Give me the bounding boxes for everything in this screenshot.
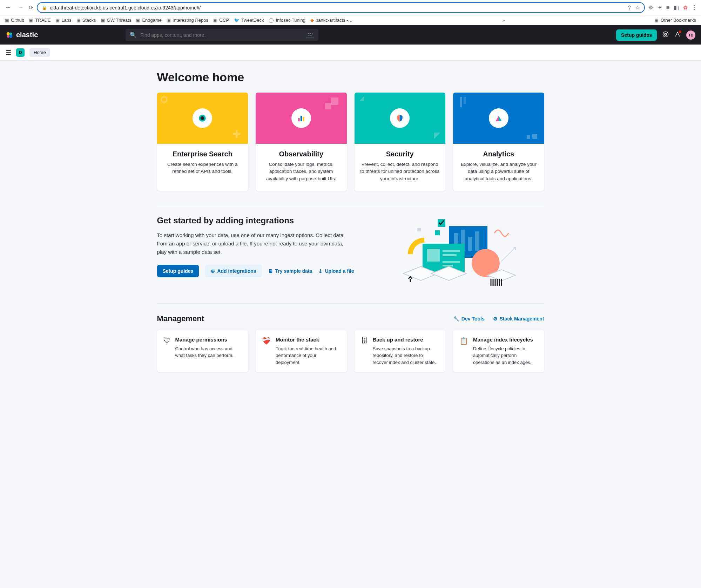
svg-rect-19: [443, 254, 457, 256]
card-observability[interactable]: Observability Consolidate your logs, met…: [256, 93, 347, 191]
share-icon[interactable]: ⇪: [627, 4, 632, 11]
playlist-icon[interactable]: ≡: [666, 5, 669, 11]
enterprise-search-icon: [198, 114, 207, 123]
management-cards: 🛡 Manage permissions Control who has acc…: [157, 330, 544, 372]
main-content: Welcome home ✚ Enterprise Search Create …: [140, 61, 561, 382]
folder-icon: ▣: [136, 18, 140, 23]
help-icon[interactable]: [662, 31, 669, 39]
newsfeed-icon[interactable]: [674, 31, 681, 39]
kebab-menu-icon[interactable]: ⋮: [692, 4, 697, 11]
svg-rect-18: [443, 250, 460, 252]
svg-rect-17: [427, 249, 440, 262]
elastic-logo[interactable]: elastic: [6, 31, 38, 39]
svg-point-2: [7, 35, 9, 38]
user-avatar[interactable]: TD: [686, 31, 695, 40]
folder-icon: ▣: [55, 18, 60, 23]
sub-header: ☰ D Home: [0, 45, 701, 61]
upload-file-link[interactable]: ⤓ Upload a file: [318, 268, 354, 274]
mgmt-card-desc: Define lifecycle policies to automatical…: [473, 345, 538, 366]
dev-tools-link[interactable]: 🔧 Dev Tools: [453, 316, 485, 322]
setup-guides-button[interactable]: Setup guides: [616, 29, 657, 41]
bookmark-endgame[interactable]: ▣Endgame: [136, 18, 162, 23]
card-security[interactable]: Security Prevent, collect, detect, and r…: [355, 93, 446, 191]
star-icon[interactable]: ☆: [635, 4, 640, 11]
puzzle-ext-icon[interactable]: ✿: [683, 4, 688, 11]
bookmark-trade[interactable]: ▣TRADE: [29, 18, 50, 23]
gear-icon: ⚙: [493, 316, 498, 322]
mgmt-card-desc: Track the real-time health and performan…: [276, 345, 341, 366]
card-enterprise-search[interactable]: ✚ Enterprise Search Create search experi…: [157, 93, 248, 191]
try-sample-data-link[interactable]: 🗎 Try sample data: [268, 268, 312, 274]
folder-icon: ▣: [167, 18, 171, 23]
card-monitor-stack[interactable]: ❤‍🩹 Monitor the stack Track the real-tim…: [256, 330, 347, 372]
integrations-illustration: [375, 216, 544, 289]
search-input[interactable]: [140, 32, 302, 38]
github-icon: ◯: [269, 18, 274, 23]
other-bookmarks[interactable]: ▣Other Bookmarks: [654, 18, 696, 23]
url-actions: ⇪ ☆: [627, 4, 640, 11]
bookmark-gw-threats[interactable]: ▣GW Threats: [101, 18, 132, 23]
global-search[interactable]: 🔍 ⌘/: [126, 29, 318, 41]
svg-point-3: [9, 35, 12, 38]
nav-toggle-icon[interactable]: ☰: [6, 49, 11, 56]
page-title: Welcome home: [157, 70, 544, 84]
security-icon: [395, 114, 404, 123]
card-backup-restore[interactable]: 🗄 Back up and restore Save snapshots to …: [355, 330, 446, 372]
space-badge[interactable]: D: [16, 48, 25, 57]
document-icon: 🗎: [268, 268, 273, 274]
svg-point-7: [201, 116, 204, 120]
bookmark-gcp[interactable]: ▣GCP: [213, 18, 229, 23]
brand-text: elastic: [16, 31, 38, 39]
divider: [157, 205, 544, 205]
bookmarks-bar: ▣Github ▣TRADE ▣Labs ▣Stacks ▣GW Threats…: [0, 15, 701, 25]
wrench-icon: 🔧: [453, 316, 459, 322]
folder-icon: ▣: [101, 18, 105, 23]
svg-point-4: [663, 32, 668, 37]
folder-icon: ▣: [5, 18, 9, 23]
management-title: Management: [157, 314, 204, 323]
bookmark-interesting-repos[interactable]: ▣Interesting Repos: [167, 18, 208, 23]
bookmark-labs[interactable]: ▣Labs: [55, 18, 71, 23]
svg-rect-10: [303, 117, 304, 121]
card-desc: Consolidate your logs, metrics, applicat…: [261, 161, 341, 182]
card-banner: ✚: [157, 93, 248, 144]
storage-icon: 🗄: [361, 337, 368, 366]
svg-point-0: [7, 32, 10, 35]
cube-icon: ◆: [310, 18, 314, 23]
bookmark-bankc-artifacts[interactable]: ◆bankc-artifacts -…: [310, 18, 352, 23]
card-desc: Prevent, collect, detect, and respond to…: [360, 161, 440, 182]
header-actions: Setup guides TD: [616, 29, 695, 41]
add-integrations-button[interactable]: ⊕ Add integrations: [205, 265, 262, 277]
card-desc: Explore, visualize, and analyze your dat…: [459, 161, 539, 182]
url-bar[interactable]: 🔒 okta-threat-detection.kb.us-central1.g…: [37, 2, 645, 13]
svg-rect-14: [468, 237, 472, 251]
breadcrumb-home[interactable]: Home: [29, 48, 50, 57]
svg-rect-20: [443, 261, 460, 263]
bookmark-tweetdeck[interactable]: 🐦TweetDeck: [234, 18, 264, 23]
card-manage-index-lifecycles[interactable]: 📋 Manage index lifecycles Define lifecyc…: [453, 330, 544, 372]
nav-forward-icon[interactable]: →: [16, 2, 25, 13]
card-manage-permissions[interactable]: 🛡 Manage permissions Control who has acc…: [157, 330, 248, 372]
bookmarks-overflow[interactable]: »: [502, 18, 505, 23]
setup-guides-primary-button[interactable]: Setup guides: [157, 265, 199, 277]
heartbeat-icon: ❤‍🩹: [262, 337, 271, 366]
analytics-icon: [494, 114, 503, 123]
bookmark-github[interactable]: ▣Github: [5, 18, 24, 23]
elastic-logo-icon: [6, 31, 13, 39]
get-started-desc: To start working with your data, use one…: [157, 231, 353, 256]
panel-icon[interactable]: ◧: [674, 4, 679, 11]
card-analytics[interactable]: Analytics Explore, visualize, and analyz…: [453, 93, 544, 191]
svg-rect-24: [435, 230, 440, 235]
upload-icon: ⤓: [318, 268, 323, 274]
extensions-icon[interactable]: ✦: [658, 4, 662, 11]
bookmark-stacks[interactable]: ▣Stacks: [76, 18, 96, 23]
stack-management-link[interactable]: ⚙ Stack Management: [493, 316, 544, 322]
nav-back-icon[interactable]: ←: [4, 2, 13, 13]
browser-chrome: ← → ⟳ 🔒 okta-threat-detection.kb.us-cent…: [0, 0, 701, 25]
folder-icon: ▣: [654, 18, 659, 23]
management-header: Management 🔧 Dev Tools ⚙ Stack Managemen…: [157, 314, 544, 323]
reload-icon[interactable]: ⟳: [29, 4, 33, 11]
twitter-icon: 🐦: [234, 18, 240, 23]
gear-icon[interactable]: ⚙: [648, 4, 653, 11]
bookmark-infosec-tuning[interactable]: ◯Infosec Tuning: [269, 18, 305, 23]
